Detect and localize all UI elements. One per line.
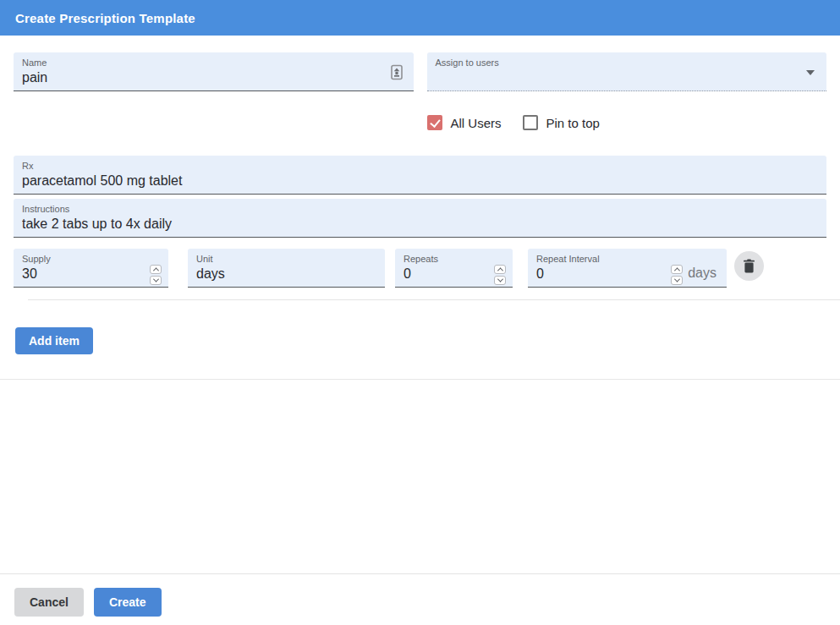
assign-to-users-input[interactable] <box>436 69 819 87</box>
repeats-spin-up-button[interactable] <box>494 265 506 274</box>
all-users-checkbox-label: All Users <box>451 116 502 130</box>
trash-icon <box>743 259 755 273</box>
name-input[interactable] <box>22 69 405 87</box>
cancel-button[interactable]: Cancel <box>14 588 84 617</box>
add-item-button[interactable]: Add item <box>15 327 93 354</box>
section-divider <box>0 379 840 380</box>
repeat-interval-spin-up-button[interactable] <box>671 265 683 274</box>
repeat-interval-field: Repeat Interval days <box>528 249 727 288</box>
unit-input[interactable] <box>196 265 376 283</box>
name-field: Name <box>14 52 414 91</box>
rx-input[interactable] <box>22 172 818 190</box>
assign-column: Assign to users All Users Pin to top <box>427 52 827 131</box>
delete-item-button[interactable] <box>734 251 764 281</box>
supply-input[interactable] <box>22 265 141 283</box>
repeat-interval-suffix: days <box>688 266 716 281</box>
autofill-icon <box>391 64 404 80</box>
repeat-interval-input[interactable] <box>536 265 636 283</box>
chevron-down-icon <box>497 277 502 282</box>
repeats-spinner <box>494 265 506 285</box>
dialog-title: Create Prescription Template <box>15 11 195 25</box>
instructions-field-label: Instructions <box>22 204 818 215</box>
pin-to-top-checkbox[interactable] <box>523 115 538 130</box>
rx-field-label: Rx <box>22 161 818 172</box>
repeat-interval-field-label: Repeat Interval <box>536 254 718 265</box>
dialog-body: Name Assign to users All Users <box>0 36 840 380</box>
checkbox-row: All Users Pin to top <box>427 114 827 131</box>
all-users-checkbox[interactable] <box>427 115 442 130</box>
supply-spinner <box>150 265 162 285</box>
chevron-up-icon <box>497 267 502 273</box>
chevron-down-icon <box>152 277 158 282</box>
unit-field-label: Unit <box>196 254 376 265</box>
pin-to-top-checkbox-label: Pin to top <box>546 116 600 130</box>
unit-field: Unit <box>188 249 385 288</box>
supply-spin-down-button[interactable] <box>150 276 162 285</box>
chevron-down-icon <box>806 70 815 75</box>
repeat-interval-spinner <box>671 265 683 285</box>
item-row-divider <box>28 299 840 300</box>
instructions-input[interactable] <box>22 215 818 233</box>
chevron-up-icon <box>673 267 679 273</box>
instructions-field: Instructions <box>14 199 826 238</box>
repeat-interval-spin-down-button[interactable] <box>671 276 683 285</box>
item-detail-row: Supply Unit Repeats Repeat Interval <box>14 249 826 288</box>
chevron-up-icon <box>152 267 158 273</box>
create-button[interactable]: Create <box>94 588 162 617</box>
dialog-footer: Cancel Create <box>0 573 840 617</box>
supply-spin-up-button[interactable] <box>150 265 162 274</box>
chevron-down-icon <box>673 277 679 282</box>
repeats-spin-down-button[interactable] <box>494 276 506 285</box>
repeats-field-label: Repeats <box>404 254 504 265</box>
assign-to-users-select[interactable]: Assign to users <box>427 52 827 91</box>
name-column: Name <box>14 52 414 131</box>
supply-field: Supply <box>14 249 168 288</box>
repeats-field: Repeats <box>395 249 513 288</box>
top-row: Name Assign to users All Users <box>14 52 826 131</box>
rx-field: Rx <box>14 156 826 195</box>
dialog-titlebar: Create Prescription Template <box>0 0 840 36</box>
repeats-input[interactable] <box>404 265 486 283</box>
name-field-label: Name <box>22 58 405 69</box>
assign-to-users-label: Assign to users <box>436 58 819 69</box>
supply-field-label: Supply <box>22 254 160 265</box>
